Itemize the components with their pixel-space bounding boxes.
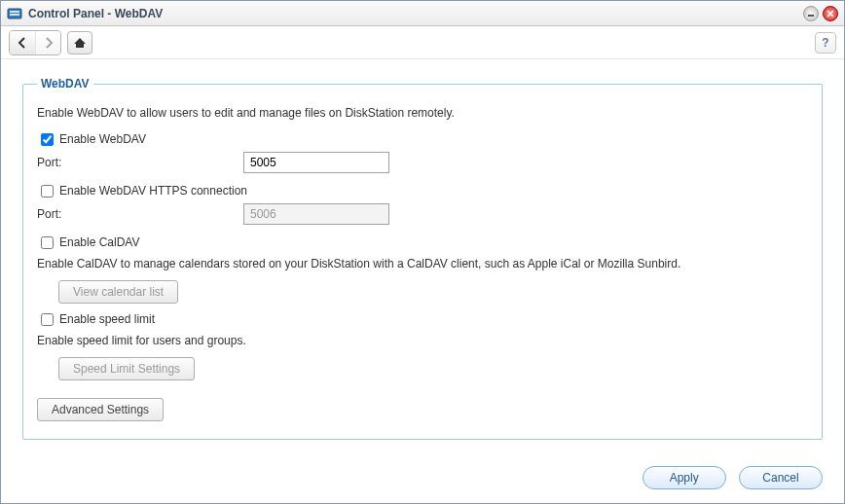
enable-speed-limit-row: Enable speed limit [37, 309, 808, 328]
home-button[interactable] [67, 31, 92, 54]
enable-https-label: Enable WebDAV HTTPS connection [59, 184, 247, 198]
caldav-note: Enable CalDAV to manage calendars stored… [37, 255, 808, 272]
svg-rect-1 [10, 11, 19, 13]
app-icon [7, 6, 22, 21]
enable-webdav-label: Enable WebDAV [59, 132, 146, 146]
enable-speed-limit-label: Enable speed limit [59, 312, 155, 326]
toolbar: ? [1, 26, 844, 59]
window-title: Control Panel - WebDAV [28, 7, 799, 20]
close-button[interactable] [823, 6, 838, 21]
view-calendar-list-button[interactable]: View calendar list [58, 280, 178, 304]
panel-legend: WebDAV [37, 77, 93, 90]
enable-webdav-row: Enable WebDAV [37, 129, 808, 148]
enable-caldav-row: Enable CalDAV [37, 233, 808, 251]
help-button[interactable]: ? [815, 32, 836, 54]
webdav-port-input[interactable] [243, 152, 389, 173]
advanced-settings-button[interactable]: Advanced Settings [37, 398, 164, 421]
help-icon: ? [822, 36, 828, 50]
webdav-panel: WebDAV Enable WebDAV to allow users to e… [22, 77, 823, 440]
forward-button[interactable] [35, 31, 60, 54]
caldav-button-row: View calendar list [58, 280, 808, 304]
panel-description: Enable WebDAV to allow users to edit and… [37, 106, 808, 120]
webdav-port-row: Port: [37, 152, 808, 173]
svg-rect-3 [808, 15, 814, 17]
enable-webdav-checkbox[interactable] [41, 133, 54, 146]
content-area: WebDAV Enable WebDAV to allow users to e… [1, 59, 844, 456]
enable-https-row: Enable WebDAV HTTPS connection [37, 181, 808, 199]
speed-limit-note: Enable speed limit for users and groups. [37, 332, 808, 349]
https-port-row: Port: [37, 203, 808, 225]
cancel-button[interactable]: Cancel [739, 466, 823, 489]
https-port-label: Port: [37, 207, 243, 221]
svg-rect-2 [10, 14, 19, 16]
speed-limit-settings-button[interactable]: Speed Limit Settings [58, 357, 195, 380]
webdav-port-label: Port: [37, 156, 243, 169]
title-bar: Control Panel - WebDAV [1, 1, 844, 26]
nav-group [9, 30, 61, 55]
minimize-button[interactable] [803, 6, 819, 21]
enable-speed-limit-checkbox[interactable] [41, 313, 54, 326]
control-panel-window: Control Panel - WebDAV ? WebDAV Enable W [0, 0, 845, 504]
https-port-input[interactable] [243, 203, 389, 225]
enable-https-checkbox[interactable] [41, 185, 54, 198]
enable-caldav-checkbox[interactable] [41, 236, 54, 249]
apply-button[interactable]: Apply [643, 466, 726, 489]
speed-limit-button-row: Speed Limit Settings [58, 357, 808, 380]
footer: Apply Cancel [1, 456, 844, 503]
enable-caldav-label: Enable CalDAV [59, 235, 140, 249]
back-button[interactable] [10, 31, 35, 54]
